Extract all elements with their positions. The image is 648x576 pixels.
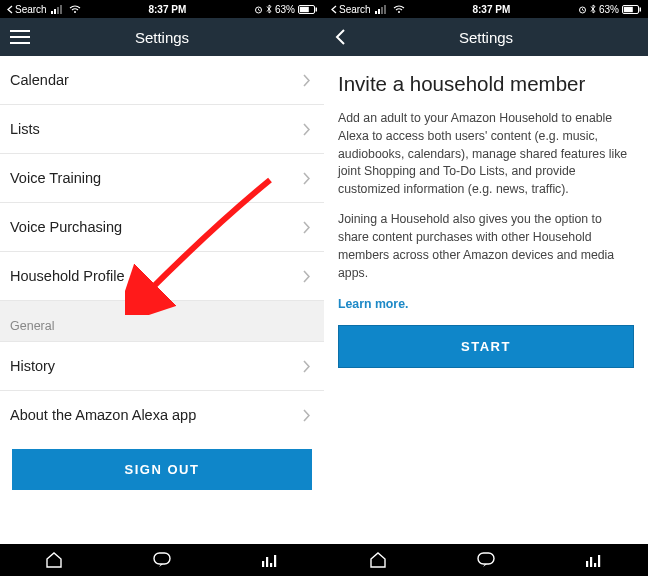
tab-home[interactable] <box>44 551 64 569</box>
sign-out-button[interactable]: SIGN OUT <box>12 449 312 490</box>
svg-rect-16 <box>274 555 276 567</box>
tab-bar <box>0 544 324 576</box>
tab-chat[interactable] <box>476 551 496 569</box>
svg-rect-30 <box>598 555 600 567</box>
svg-rect-15 <box>270 563 272 567</box>
svg-rect-14 <box>266 557 268 567</box>
app-header: Settings <box>324 18 648 56</box>
bluetooth-icon <box>266 4 272 14</box>
row-calendar[interactable]: Calendar <box>0 56 324 105</box>
cell-signal-icon <box>375 5 389 14</box>
svg-rect-27 <box>586 561 588 567</box>
page-title: Invite a household member <box>338 72 634 96</box>
hamburger-icon <box>10 30 30 44</box>
svg-rect-7 <box>300 6 309 11</box>
svg-rect-1 <box>54 9 56 14</box>
start-button[interactable]: START <box>338 325 634 368</box>
row-label: History <box>10 358 55 374</box>
description-1: Add an adult to your Amazon Household to… <box>338 110 634 199</box>
chevron-right-icon <box>302 123 310 136</box>
equalizer-icon <box>260 551 280 569</box>
row-label: Voice Purchasing <box>10 219 122 235</box>
chevron-right-icon <box>302 221 310 234</box>
row-label: Calendar <box>10 72 69 88</box>
cell-signal-icon <box>51 5 65 14</box>
svg-point-4 <box>74 11 76 13</box>
equalizer-icon <box>584 551 604 569</box>
chevron-right-icon <box>302 409 310 422</box>
status-time: 8:37 PM <box>81 4 254 15</box>
svg-point-21 <box>398 11 400 13</box>
description-2: Joining a Household also gives you the o… <box>338 211 634 282</box>
svg-rect-2 <box>57 7 59 14</box>
row-lists[interactable]: Lists <box>0 105 324 154</box>
svg-rect-11 <box>10 42 30 44</box>
svg-rect-25 <box>640 7 642 11</box>
battery-percent: 63% <box>599 4 619 15</box>
svg-rect-29 <box>594 563 596 567</box>
alarm-icon <box>578 5 587 14</box>
svg-rect-19 <box>381 7 383 14</box>
svg-rect-12 <box>154 553 170 564</box>
home-icon <box>44 551 64 569</box>
svg-rect-26 <box>478 553 494 564</box>
start-label: START <box>461 339 511 354</box>
row-about[interactable]: About the Amazon Alexa app <box>0 391 324 439</box>
tab-home[interactable] <box>368 551 388 569</box>
row-voice-training[interactable]: Voice Training <box>0 154 324 203</box>
tab-bar <box>324 544 648 576</box>
phone-right: Search 8:37 PM 63% Settings Invite a hou… <box>324 0 648 576</box>
back-to-app-button[interactable]: Search <box>6 4 47 15</box>
alarm-icon <box>254 5 263 14</box>
battery-icon <box>622 5 642 14</box>
back-to-app-label: Search <box>15 4 47 15</box>
tab-music[interactable] <box>584 551 604 569</box>
settings-list[interactable]: Calendar Lists Voice Training Voice Purc… <box>0 56 324 544</box>
status-time: 8:37 PM <box>405 4 578 15</box>
header-title: Settings <box>135 29 189 46</box>
chat-icon <box>476 551 496 569</box>
header-title: Settings <box>459 29 513 46</box>
chevron-right-icon <box>302 74 310 87</box>
battery-icon <box>298 5 318 14</box>
chevron-right-icon <box>302 270 310 283</box>
svg-rect-10 <box>10 36 30 38</box>
learn-more-link[interactable]: Learn more. <box>338 297 408 311</box>
battery-percent: 63% <box>275 4 295 15</box>
svg-rect-8 <box>316 7 318 11</box>
chevron-right-icon <box>302 172 310 185</box>
sign-out-label: SIGN OUT <box>125 462 200 477</box>
row-history[interactable]: History <box>0 342 324 391</box>
home-icon <box>368 551 388 569</box>
svg-rect-3 <box>60 5 62 14</box>
app-header: Settings <box>0 18 324 56</box>
row-label: Household Profile <box>10 268 124 284</box>
wifi-icon <box>393 5 405 14</box>
back-to-app-button[interactable]: Search <box>330 4 371 15</box>
row-label: Lists <box>10 121 40 137</box>
wifi-icon <box>69 5 81 14</box>
menu-button[interactable] <box>10 30 30 44</box>
row-voice-purchasing[interactable]: Voice Purchasing <box>0 203 324 252</box>
status-bar: Search 8:37 PM 63% <box>324 0 648 18</box>
back-to-app-label: Search <box>339 4 371 15</box>
tab-music[interactable] <box>260 551 280 569</box>
chevron-right-icon <box>302 360 310 373</box>
svg-rect-13 <box>262 561 264 567</box>
household-detail: Invite a household member Add an adult t… <box>324 56 648 544</box>
row-household-profile[interactable]: Household Profile <box>0 252 324 301</box>
svg-rect-20 <box>384 5 386 14</box>
row-label: Voice Training <box>10 170 101 186</box>
section-general: General <box>0 301 324 342</box>
svg-rect-9 <box>10 30 30 32</box>
row-label: About the Amazon Alexa app <box>10 407 196 423</box>
svg-rect-0 <box>51 11 53 14</box>
chevron-left-icon <box>334 28 346 46</box>
svg-rect-24 <box>624 6 633 11</box>
tab-chat[interactable] <box>152 551 172 569</box>
svg-rect-28 <box>590 557 592 567</box>
back-button[interactable] <box>334 28 346 46</box>
bluetooth-icon <box>590 4 596 14</box>
svg-rect-18 <box>378 9 380 14</box>
svg-rect-17 <box>375 11 377 14</box>
